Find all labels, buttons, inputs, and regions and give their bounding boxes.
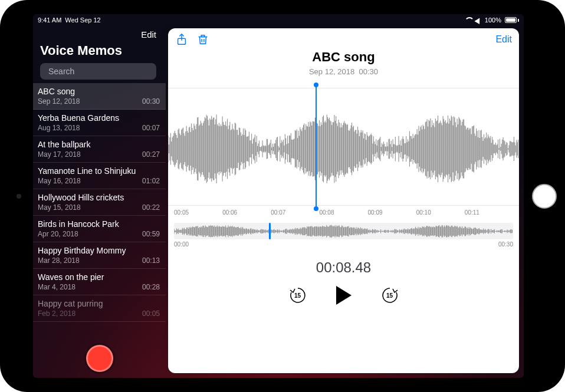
memo-item-duration: 00:07 — [142, 124, 160, 132]
timeline-tick-label: 00:06 — [222, 209, 271, 216]
skip-back-button[interactable]: 15 — [288, 285, 308, 305]
search-box[interactable] — [40, 63, 156, 80]
timeline-tick-label: 00:07 — [271, 209, 319, 216]
timeline-tick-label: 00:11 — [465, 209, 513, 216]
battery-percent: 100% — [485, 17, 501, 24]
memo-item-date: Aug 13, 2018 — [38, 124, 80, 132]
memo-item-date: Mar 28, 2018 — [38, 256, 80, 265]
memo-item-duration: 01:02 — [142, 177, 160, 185]
memo-list-item[interactable]: Birds in Hancock ParkApr 20, 201800:59 — [33, 216, 166, 242]
memo-item-title: Hollywood Hills crickets — [38, 193, 160, 202]
home-button[interactable] — [532, 184, 557, 209]
screen: 9:41 AM Wed Sep 12 100% Edit Voice Memos — [33, 14, 524, 378]
memo-list-item[interactable]: Happy cat purringFeb 2, 201800:05 — [33, 295, 166, 322]
waveform-overview[interactable]: 00:00 00:30 — [174, 223, 513, 248]
memo-item-title: Waves on the pier — [38, 272, 160, 282]
memo-item-date: Sep 12, 2018 — [38, 97, 80, 106]
memo-item-date: Mar 4, 2018 — [38, 283, 75, 291]
location-icon — [474, 17, 482, 24]
memo-item-date: May 16, 2018 — [38, 177, 81, 185]
sidebar: Edit Voice Memos ABC songSep 12, 201800:… — [33, 25, 166, 378]
memo-item-title: Yerba Buena Gardens — [38, 113, 160, 123]
waveform-large-graphic — [168, 88, 519, 209]
waveform-large[interactable] — [168, 88, 519, 206]
memo-item-duration: 00:22 — [142, 203, 160, 212]
status-time: 9:41 AM — [38, 17, 61, 24]
memo-item-duration: 00:13 — [142, 256, 160, 265]
recording-subtitle: Sep 12, 2018 00:30 — [168, 67, 519, 76]
share-icon[interactable] — [175, 33, 188, 46]
app-title: Voice Memos — [37, 43, 160, 63]
battery-icon — [505, 17, 519, 23]
memo-item-duration: 00:59 — [142, 230, 160, 238]
memo-item-title: Happy Birthday Mommy — [38, 246, 160, 255]
memo-item-date: May 15, 2018 — [38, 203, 81, 212]
sidebar-edit-button[interactable]: Edit — [37, 28, 160, 43]
timeline-tick-label: 00:09 — [368, 209, 416, 216]
memo-list-item[interactable]: Happy Birthday MommyMar 28, 201800:13 — [33, 242, 166, 269]
memo-item-title: Yamanote Line to Shinjuku — [38, 166, 160, 176]
playhead-large[interactable] — [316, 85, 317, 209]
memo-list-item[interactable]: Yamanote Line to ShinjukuMay 16, 201801:… — [33, 163, 166, 189]
memo-list[interactable]: ABC songSep 12, 201800:30Yerba Buena Gar… — [33, 83, 166, 322]
status-date: Wed Sep 12 — [65, 17, 100, 24]
memo-list-item[interactable]: Waves on the pierMar 4, 201800:28 — [33, 269, 166, 295]
play-button[interactable] — [336, 286, 352, 305]
playhead-overview[interactable] — [269, 223, 271, 239]
memo-item-duration: 00:05 — [142, 309, 160, 318]
overview-end-time: 00:30 — [498, 241, 513, 248]
detail-edit-button[interactable]: Edit — [495, 34, 512, 45]
memo-item-duration: 00:30 — [142, 97, 160, 106]
ipad-frame: 9:41 AM Wed Sep 12 100% Edit Voice Memos — [0, 0, 565, 392]
wifi-icon — [465, 17, 472, 23]
detail-toolbar: Edit — [168, 28, 519, 51]
memo-list-item[interactable]: At the ballparkMay 17, 201800:27 — [33, 136, 166, 163]
memo-item-title: Happy cat purring — [38, 299, 160, 308]
memo-item-title: At the ballpark — [38, 140, 160, 149]
front-camera — [17, 194, 21, 199]
timeline-tick-label: 00:10 — [416, 209, 465, 216]
memo-item-title: ABC song — [38, 87, 160, 96]
memo-list-item[interactable]: Hollywood Hills cricketsMay 15, 201800:2… — [33, 189, 166, 216]
memo-item-date: Feb 2, 2018 — [38, 309, 75, 318]
record-button[interactable] — [86, 345, 113, 372]
timeline-tick-label: 00:05 — [174, 209, 222, 216]
memo-item-duration: 00:28 — [142, 283, 160, 291]
overview-start-time: 00:00 — [174, 241, 189, 248]
memo-item-duration: 00:27 — [142, 150, 160, 159]
playback-controls: 15 15 — [168, 285, 519, 305]
memo-item-title: Birds in Hancock Park — [38, 219, 160, 229]
memo-list-item[interactable]: Yerba Buena GardensAug 13, 201800:07 — [33, 110, 166, 136]
status-bar: 9:41 AM Wed Sep 12 100% — [33, 14, 524, 25]
detail-panel: Edit ABC song Sep 12, 2018 00:30 00:0500… — [168, 28, 519, 373]
skip-forward-button[interactable]: 15 — [380, 285, 400, 305]
memo-list-item[interactable]: ABC songSep 12, 201800:30 — [33, 83, 166, 110]
memo-item-date: Apr 20, 2018 — [38, 230, 78, 238]
waveform-overview-graphic — [174, 223, 513, 239]
recording-title: ABC song — [168, 50, 519, 65]
timeline-tick-label: 00:08 — [319, 209, 367, 216]
current-time-display: 00:08.48 — [168, 259, 519, 276]
trash-icon[interactable] — [196, 33, 209, 46]
search-input[interactable] — [48, 67, 152, 76]
memo-item-date: May 17, 2018 — [38, 150, 81, 159]
